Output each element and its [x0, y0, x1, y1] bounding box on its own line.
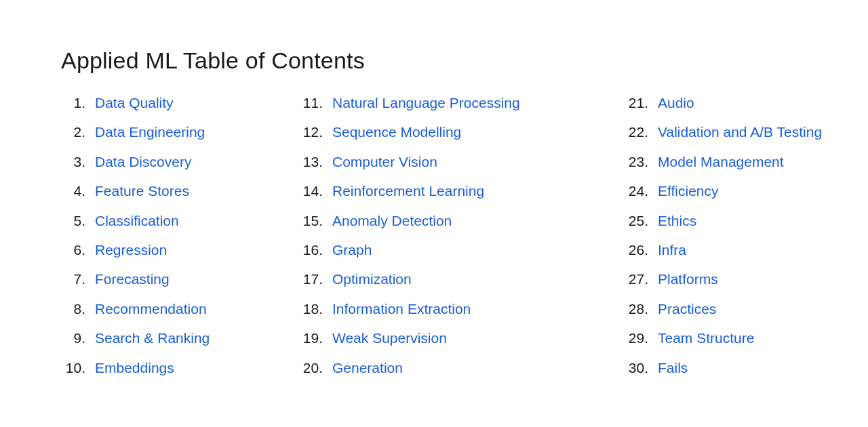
toc-item-link[interactable]: Data Discovery	[95, 152, 191, 171]
toc-item-number: 18.	[298, 299, 323, 319]
toc-item-link[interactable]: Fails	[658, 358, 688, 378]
toc-item-link[interactable]: Feature Stores	[95, 181, 189, 201]
toc-item: 14.Reinforcement Learning	[298, 181, 583, 201]
toc-item-link[interactable]: Recommendation	[95, 299, 207, 319]
toc-item-number: 11.	[298, 93, 323, 113]
toc-item-number: 23.	[624, 152, 648, 171]
toc-item: 11.Natural Language Processing	[298, 93, 583, 113]
toc-item-link[interactable]: Optimization	[332, 269, 412, 289]
toc-item-link[interactable]: Graph	[332, 240, 372, 260]
toc-item-number: 9.	[61, 328, 85, 348]
toc-item: 15.Anomaly Detection	[298, 211, 583, 230]
toc-item-link[interactable]: Forecasting	[95, 269, 170, 289]
toc-item-link[interactable]: Embeddings	[95, 358, 174, 378]
toc-item-link[interactable]: Sequence Modelling	[332, 122, 461, 142]
table-of-contents: 1.Data Quality 2.Data Engineering 3.Data…	[61, 93, 807, 387]
toc-item-link[interactable]: Infra	[658, 240, 686, 260]
toc-item-number: 5.	[61, 211, 85, 230]
page-title: Applied ML Table of Contents	[61, 47, 807, 74]
toc-item: 24.Efficiency	[624, 181, 848, 201]
toc-item-link[interactable]: Validation and A/B Testing	[658, 122, 822, 142]
toc-item: 5.Classification	[61, 211, 258, 230]
toc-item-link[interactable]: Efficiency	[658, 181, 719, 201]
toc-item-link[interactable]: Weak Supervision	[332, 328, 447, 348]
toc-item-number: 1.	[61, 93, 85, 113]
toc-column-3: 21.Audio 22.Validation and A/B Testing 2…	[624, 93, 848, 387]
toc-item-number: 16.	[298, 240, 323, 260]
toc-item-link[interactable]: Platforms	[658, 269, 718, 289]
toc-item: 21.Audio	[624, 93, 848, 113]
toc-item-link[interactable]: Regression	[95, 240, 167, 260]
toc-item-link[interactable]: Anomaly Detection	[332, 211, 452, 230]
toc-item: 20.Generation	[298, 358, 583, 378]
toc-item-link[interactable]: Search & Ranking	[95, 328, 210, 348]
toc-item: 6.Regression	[61, 240, 258, 260]
toc-item: 25.Ethics	[624, 211, 848, 230]
toc-item-number: 6.	[61, 240, 85, 260]
toc-item: 29.Team Structure	[624, 328, 848, 348]
toc-item-link[interactable]: Classification	[95, 211, 179, 230]
toc-item-link[interactable]: Ethics	[658, 211, 696, 230]
toc-item: 23.Model Management	[624, 152, 848, 171]
toc-item-number: 3.	[61, 152, 85, 171]
toc-item: 12.Sequence Modelling	[298, 122, 583, 142]
toc-item-number: 8.	[61, 299, 85, 319]
toc-item: 26.Infra	[624, 240, 848, 260]
toc-column-2: 11.Natural Language Processing 12.Sequen…	[298, 93, 583, 387]
toc-item-number: 26.	[624, 240, 648, 260]
toc-item-number: 20.	[298, 358, 323, 378]
toc-item-number: 22.	[624, 122, 648, 142]
toc-item: 16.Graph	[298, 240, 583, 260]
toc-column-1: 1.Data Quality 2.Data Engineering 3.Data…	[61, 93, 258, 387]
toc-item: 30.Fails	[624, 358, 848, 378]
toc-item-link[interactable]: Data Quality	[95, 93, 174, 113]
toc-item-number: 21.	[624, 93, 648, 113]
toc-item-number: 12.	[298, 122, 323, 142]
toc-item-link[interactable]: Team Structure	[658, 328, 754, 348]
toc-item-number: 28.	[624, 299, 648, 319]
toc-item-link[interactable]: Model Management	[658, 152, 784, 171]
toc-item-number: 24.	[624, 181, 648, 201]
toc-item-number: 10.	[61, 358, 85, 378]
toc-item-link[interactable]: Information Extraction	[332, 299, 471, 319]
toc-item: 22.Validation and A/B Testing	[624, 122, 848, 142]
toc-item: 7.Forecasting	[61, 269, 258, 289]
toc-item: 2.Data Engineering	[61, 122, 258, 142]
toc-item-number: 4.	[61, 181, 85, 201]
toc-item-link[interactable]: Natural Language Processing	[332, 93, 520, 113]
toc-item: 4.Feature Stores	[61, 181, 258, 201]
toc-item-number: 27.	[624, 269, 648, 289]
toc-item: 28.Practices	[624, 299, 848, 319]
toc-item-number: 13.	[298, 152, 323, 171]
toc-item-link[interactable]: Reinforcement Learning	[332, 181, 484, 201]
toc-item-number: 7.	[61, 269, 85, 289]
toc-item: 19.Weak Supervision	[298, 328, 583, 348]
toc-item: 17.Optimization	[298, 269, 583, 289]
toc-item-link[interactable]: Generation	[332, 358, 403, 378]
toc-item-number: 14.	[298, 181, 323, 201]
toc-item-number: 15.	[298, 211, 323, 230]
toc-item-number: 2.	[61, 122, 85, 142]
toc-item: 8.Recommendation	[61, 299, 258, 319]
toc-item: 18.Information Extraction	[298, 299, 583, 319]
toc-item-link[interactable]: Data Engineering	[95, 122, 205, 142]
toc-item-link[interactable]: Audio	[658, 93, 694, 113]
toc-item-number: 17.	[298, 269, 323, 289]
toc-item: 13.Computer Vision	[298, 152, 583, 171]
toc-item: 10.Embeddings	[61, 358, 258, 378]
toc-item: 9.Search & Ranking	[61, 328, 258, 348]
toc-item: 3.Data Discovery	[61, 152, 258, 171]
toc-item: 1.Data Quality	[61, 93, 258, 113]
toc-item: 27.Platforms	[624, 269, 848, 289]
toc-item-link[interactable]: Practices	[658, 299, 716, 319]
toc-item-link[interactable]: Computer Vision	[332, 152, 437, 171]
toc-item-number: 19.	[298, 328, 323, 348]
toc-item-number: 29.	[624, 328, 648, 348]
toc-item-number: 25.	[624, 211, 648, 230]
toc-item-number: 30.	[624, 358, 648, 378]
